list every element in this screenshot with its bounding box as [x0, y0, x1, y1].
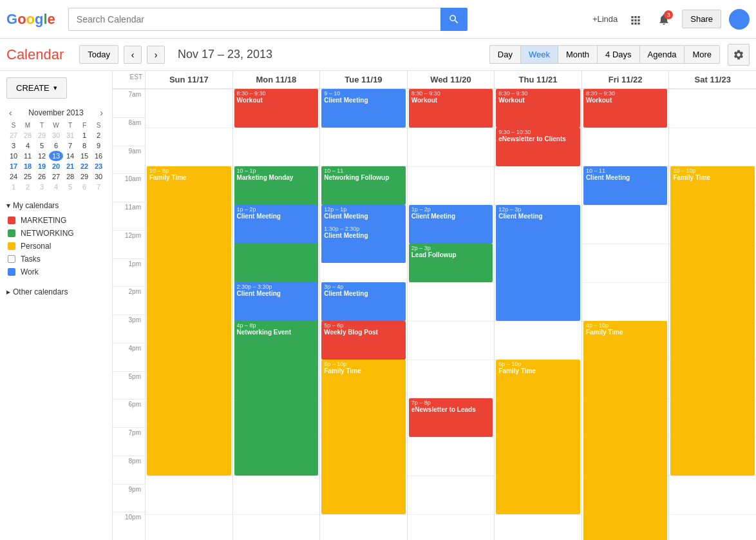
calendar-event[interactable]: 5p – 6pWeekly Blog Post [321, 321, 406, 360]
calendar-event[interactable]: 4p – 10pFamily Time [583, 321, 668, 540]
calendar-event[interactable]: 6p – 10pFamily Time [496, 360, 580, 514]
mini-cal-day[interactable]: 12 [35, 151, 49, 161]
date-range: Nov 17 – 23, 2013 [178, 48, 272, 61]
calendar-event[interactable]: 10 – 8pFamily Time [147, 166, 231, 476]
mini-cal-day[interactable]: 7 [63, 140, 77, 151]
calendar-event[interactable]: 1p – 2pClient Meeting [409, 205, 493, 244]
mini-cal-day[interactable]: 5 [63, 182, 77, 192]
calendar-event[interactable]: 9 – 10Client Meeting [321, 89, 406, 128]
calendar-header-row: EST Sun 11/17 Mon 11/18 Tue 11/19 Wed 11… [113, 71, 756, 89]
mini-cal-day[interactable]: 11 [21, 151, 35, 161]
agenda-view-button[interactable]: Agenda [639, 45, 685, 64]
mini-cal-day[interactable]: 30 [91, 171, 106, 182]
mini-cal-day[interactable]: 4 [49, 182, 63, 192]
search-input[interactable] [68, 8, 440, 31]
mini-cal-day[interactable]: 14 [63, 151, 77, 161]
mini-cal-day[interactable]: 4 [21, 140, 35, 151]
calendar-item-marketing[interactable]: MARKETING [6, 214, 106, 227]
calendar-event[interactable]: 3p – 4pClient Meeting [321, 282, 406, 321]
mini-cal-day[interactable]: 18 [21, 161, 35, 171]
day-header-t2: T [63, 121, 77, 130]
today-button[interactable]: Today [79, 45, 118, 64]
month-view-button[interactable]: Month [558, 45, 597, 64]
next-button[interactable]: › [147, 46, 165, 64]
apps-icon[interactable] [625, 9, 646, 30]
mini-cal-day[interactable]: 10 [6, 151, 21, 161]
mini-cal-day[interactable]: 2 [21, 182, 35, 192]
mini-cal-day[interactable]: 26 [35, 171, 49, 182]
calendar-event[interactable]: 8:30 – 9:30Workout [583, 89, 668, 128]
mini-cal-day[interactable]: 5 [35, 140, 49, 151]
mini-cal-day[interactable]: 21 [63, 161, 77, 171]
other-calendars-header[interactable]: ▸ Other calendars [6, 287, 106, 296]
calendar-item-tasks[interactable]: Tasks [6, 253, 106, 265]
mini-cal-day[interactable]: 3 [6, 140, 21, 151]
more-views-button[interactable]: More [684, 45, 720, 64]
mini-cal-day[interactable]: 23 [91, 161, 106, 171]
search-button[interactable] [440, 8, 468, 31]
other-calendars-label: Other calendars [13, 287, 68, 296]
mini-cal-day[interactable]: 27 [49, 171, 63, 182]
calendar-event[interactable]: 9:30 – 10:30eNewsletter to Clients [496, 128, 580, 166]
mini-cal-day[interactable]: 28 [63, 171, 77, 182]
mini-cal-day[interactable]: 20 [49, 161, 63, 171]
settings-button[interactable] [728, 44, 750, 66]
my-calendars-header[interactable]: ▾ My calendars [6, 201, 106, 210]
day-col-mon: 8:30 – 9:30Workout10 – 1pMarketing Monda… [232, 89, 320, 540]
mini-cal-day[interactable]: 8 [77, 140, 91, 151]
mini-cal-day[interactable]: 1 [77, 130, 91, 140]
mini-cal-day[interactable]: 27 [6, 130, 21, 140]
week-view-button[interactable]: Week [520, 45, 558, 64]
mini-cal-day[interactable]: 17 [6, 161, 21, 171]
calendar-item-personal[interactable]: Personal [6, 240, 106, 253]
mini-cal-day[interactable]: 31 [63, 130, 77, 140]
mini-cal-day[interactable]: 24 [6, 171, 21, 182]
mini-cal-day[interactable]: 3 [35, 182, 49, 192]
account-icon[interactable] [729, 9, 750, 30]
prev-button[interactable]: ‹ [124, 46, 142, 64]
mini-cal-day[interactable]: 25 [21, 171, 35, 182]
4days-view-button[interactable]: 4 Days [597, 45, 639, 64]
mini-cal-day[interactable]: 13 [49, 151, 63, 161]
mini-cal-day[interactable]: 29 [35, 130, 49, 140]
notification-icon[interactable]: 3 [654, 9, 674, 30]
calendar-event[interactable]: 8:30 – 9:30Workout [496, 89, 580, 128]
mini-cal-day[interactable]: 15 [77, 151, 91, 161]
calendar-event[interactable]: 1p – 2pClient Meeting [234, 205, 319, 244]
mini-cal-day[interactable]: 16 [91, 151, 106, 161]
mini-cal-day[interactable]: 29 [77, 171, 91, 182]
calendar-event[interactable]: 12p – 3pClient Meeting [496, 205, 580, 321]
app-header: Google +Linda 3 Share [0, 0, 756, 39]
calendar-event[interactable]: 2:30p – 3:30pClient Meeting [234, 282, 319, 321]
mini-cal-day[interactable]: 30 [49, 130, 63, 140]
calendar-event[interactable]: 7p – 8peNewsletter to Leads [409, 398, 493, 437]
mini-cal-day[interactable]: 2 [91, 130, 106, 140]
calendar-event[interactable]: 1:30p – 2:30pClient Meeting [321, 224, 406, 263]
mini-cal-day[interactable]: 22 [77, 161, 91, 171]
mini-cal-day[interactable]: 9 [91, 140, 106, 151]
calendar-event[interactable]: 10 – 11Networking Followup [321, 166, 406, 205]
mini-cal-prev[interactable]: ‹ [6, 108, 15, 118]
tasks-checkbox[interactable] [8, 255, 15, 263]
calendar-item-networking[interactable]: NETWORKING [6, 227, 106, 240]
mini-cal-next[interactable]: › [97, 108, 106, 118]
mini-cal-day[interactable]: 1 [6, 182, 21, 192]
mini-cal-day[interactable]: 19 [35, 161, 49, 171]
user-name[interactable]: +Linda [592, 14, 618, 24]
calendar-event[interactable]: 8:30 – 9:30Workout [234, 89, 319, 128]
calendar-event[interactable]: 10 – 10pFamily Time [670, 166, 755, 476]
share-button[interactable]: Share [682, 10, 721, 28]
calendar-event[interactable]: 10 – 11Client Meeting [583, 166, 668, 205]
create-button[interactable]: CREATE ▾ [6, 77, 67, 99]
calendar-event[interactable]: 4p – 8pNetworking Event [234, 321, 319, 476]
mini-cal-day[interactable]: 7 [91, 182, 106, 192]
mini-cal-day[interactable]: 6 [77, 182, 91, 192]
mini-cal-day[interactable]: 28 [21, 130, 35, 140]
day-col-sun: 10 – 8pFamily Time [145, 89, 232, 540]
calendar-event[interactable]: 6p – 10pFamily Time [321, 360, 406, 514]
calendar-event[interactable]: 2p – 3pLead Followup [409, 244, 493, 282]
calendar-item-work[interactable]: Work [6, 265, 106, 278]
calendar-event[interactable]: 8:30 – 9:30Workout [409, 89, 493, 128]
day-view-button[interactable]: Day [489, 45, 520, 64]
mini-cal-day[interactable]: 6 [49, 140, 63, 151]
